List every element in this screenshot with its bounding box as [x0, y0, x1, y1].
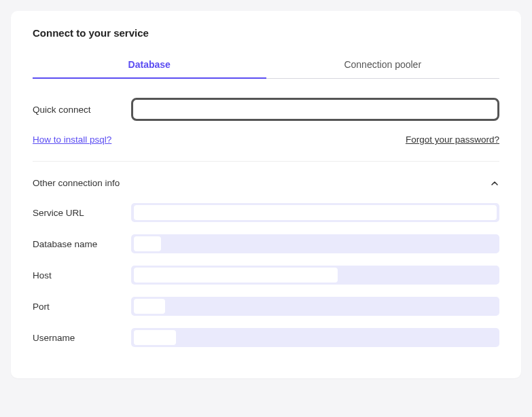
service-url-value-placeholder: [134, 205, 497, 220]
service-url-row: Service URL: [33, 203, 499, 222]
username-row: Username: [33, 328, 499, 347]
other-connection-info-title: Other connection info: [33, 178, 120, 188]
chevron-up-icon: [490, 179, 499, 188]
how-to-install-psql-link[interactable]: How to install psql?: [33, 134, 111, 145]
port-field[interactable]: [131, 297, 499, 316]
quick-connect-label: Quick connect: [33, 105, 131, 115]
links-row: How to install psql? Forgot your passwor…: [33, 134, 499, 145]
connect-card: Connect to your service Database Connect…: [11, 11, 521, 378]
divider: [33, 161, 499, 162]
tab-connection-pooler[interactable]: Connection pooler: [266, 52, 500, 78]
host-value-placeholder: [134, 268, 338, 283]
page-title: Connect to your service: [33, 27, 499, 39]
database-name-value-placeholder: [134, 236, 161, 251]
service-url-label: Service URL: [33, 208, 131, 218]
host-label: Host: [33, 270, 131, 280]
tab-database[interactable]: Database: [33, 52, 266, 78]
username-value-placeholder: [134, 330, 176, 345]
database-name-label: Database name: [33, 239, 131, 249]
username-field[interactable]: [131, 328, 499, 347]
database-name-row: Database name: [33, 234, 499, 253]
quick-connect-row: Quick connect: [33, 98, 499, 121]
username-label: Username: [33, 333, 131, 343]
host-field[interactable]: [131, 266, 499, 285]
other-connection-info-header[interactable]: Other connection info: [33, 178, 499, 188]
quick-connect-input[interactable]: [131, 98, 499, 121]
tabs: Database Connection pooler: [33, 52, 499, 79]
service-url-field[interactable]: [131, 203, 499, 222]
port-label: Port: [33, 302, 131, 312]
port-value-placeholder: [134, 299, 165, 314]
port-row: Port: [33, 297, 499, 316]
host-row: Host: [33, 266, 499, 285]
database-name-field[interactable]: [131, 234, 499, 253]
forgot-password-link[interactable]: Forgot your password?: [406, 134, 499, 145]
